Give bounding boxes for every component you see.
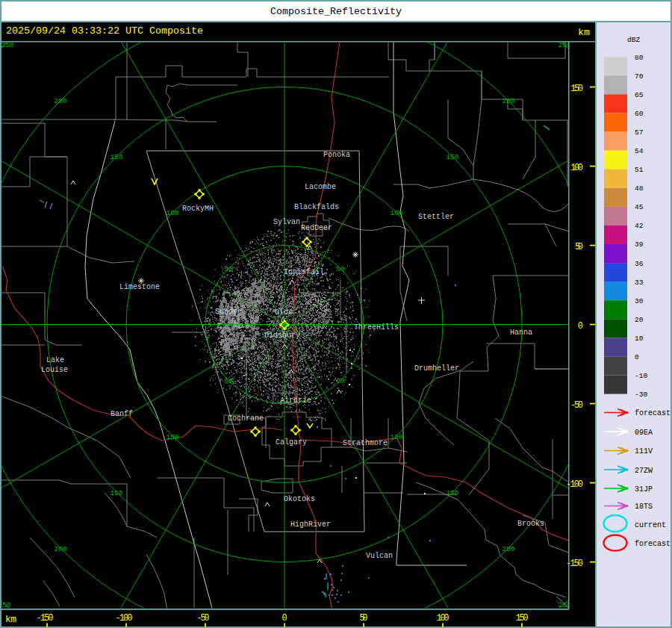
svg-text:2025/09/24 03:33:22 UTC Compos: 2025/09/24 03:33:22 UTC Composite: [6, 25, 203, 37]
svg-text:54: 54: [635, 147, 644, 155]
svg-text:45: 45: [635, 203, 644, 211]
svg-text:RedDeer: RedDeer: [301, 224, 332, 232]
svg-text:0: 0: [281, 613, 287, 624]
svg-text:current: current: [635, 521, 666, 529]
svg-text:Banff: Banff: [111, 410, 133, 418]
svg-text:Lake: Lake: [46, 356, 64, 364]
svg-text:100: 100: [390, 433, 402, 441]
svg-text:30: 30: [635, 297, 644, 305]
svg-text:ThreeHills: ThreeHills: [354, 323, 399, 332]
svg-text:km: km: [5, 614, 16, 625]
svg-text:09EA: 09EA: [635, 429, 653, 437]
svg-text:70: 70: [635, 72, 644, 81]
svg-text:36: 36: [635, 260, 644, 268]
svg-text:-150: -150: [37, 613, 54, 624]
svg-text:Calgary: Calgary: [276, 438, 307, 447]
svg-text:60: 60: [635, 110, 644, 118]
svg-text:Composite_Reflectivity: Composite_Reflectivity: [270, 6, 402, 17]
svg-text:-100: -100: [566, 479, 583, 490]
svg-text:Sylvan: Sylvan: [273, 218, 300, 226]
svg-text:dBZ: dBZ: [627, 36, 640, 44]
svg-text:Lacombe: Lacombe: [305, 183, 336, 191]
svg-text:Limestone: Limestone: [119, 283, 160, 291]
svg-text:0: 0: [635, 353, 639, 361]
svg-text:200: 200: [54, 97, 66, 105]
svg-text:200: 200: [54, 545, 66, 553]
svg-text:Vulcan: Vulcan: [366, 552, 393, 560]
svg-text:Sundre: Sundre: [215, 308, 242, 316]
svg-text:50: 50: [336, 377, 345, 385]
svg-text:-10: -10: [635, 372, 647, 380]
svg-text:forecast: forecast: [635, 540, 671, 548]
svg-text:42: 42: [635, 222, 644, 230]
svg-text:0: 0: [578, 321, 583, 332]
svg-text:150: 150: [110, 153, 122, 161]
svg-text:Didsbury: Didsbury: [264, 332, 300, 340]
svg-text:Airdrie: Airdrie: [280, 397, 311, 405]
svg-text:200: 200: [502, 97, 514, 105]
svg-text:50: 50: [224, 265, 233, 273]
svg-text:RockyMH: RockyMH: [182, 205, 214, 213]
svg-text:-50: -50: [197, 613, 210, 624]
svg-text:100: 100: [570, 163, 583, 173]
svg-text:150: 150: [516, 613, 529, 624]
svg-text:Hanna: Hanna: [510, 329, 532, 337]
svg-text:Blackfalds: Blackfalds: [294, 203, 339, 211]
svg-text:forecast: forecast: [635, 409, 671, 417]
svg-text:111V: 111V: [635, 447, 653, 456]
svg-text:150: 150: [570, 84, 583, 94]
svg-text:27ZW: 27ZW: [635, 467, 653, 475]
svg-text:Drumheller: Drumheller: [414, 364, 459, 373]
svg-text:50: 50: [224, 377, 233, 385]
svg-text:HighRiver: HighRiver: [290, 520, 331, 529]
svg-text:-150: -150: [566, 559, 583, 569]
svg-text:80: 80: [635, 54, 644, 62]
svg-text:100: 100: [390, 209, 402, 217]
svg-text:-100: -100: [116, 613, 133, 624]
svg-text:Okotoks: Okotoks: [284, 495, 315, 503]
svg-text:Stettler: Stettler: [418, 213, 454, 221]
svg-text:Cochrane: Cochrane: [228, 414, 264, 423]
svg-text:65: 65: [635, 91, 644, 99]
svg-text:50: 50: [575, 242, 583, 252]
svg-text:200: 200: [502, 545, 514, 553]
svg-text:-30: -30: [635, 391, 647, 399]
svg-text:31JP: 31JP: [635, 485, 653, 494]
svg-text:100: 100: [166, 209, 178, 217]
svg-text:Olds: Olds: [275, 308, 293, 317]
svg-text:150: 150: [110, 489, 122, 497]
svg-text:50: 50: [336, 265, 345, 273]
svg-text:33: 33: [635, 279, 644, 287]
svg-text:100: 100: [166, 433, 178, 441]
svg-text:Brooks: Brooks: [517, 520, 544, 528]
svg-text:48: 48: [635, 184, 644, 193]
svg-text:150: 150: [446, 489, 458, 497]
svg-text:Ponoka: Ponoka: [323, 151, 350, 159]
svg-text:57: 57: [635, 128, 643, 137]
svg-text:Strathmore: Strathmore: [343, 439, 388, 447]
svg-text:250: 250: [0, 601, 11, 609]
svg-text:km: km: [578, 27, 590, 38]
svg-text:51: 51: [635, 166, 644, 174]
svg-text:39: 39: [635, 240, 644, 249]
svg-text:-50: -50: [570, 400, 583, 411]
svg-text:20: 20: [635, 316, 644, 324]
svg-text:Louise: Louise: [41, 366, 68, 374]
svg-text:18TS: 18TS: [635, 503, 653, 511]
svg-text:100: 100: [437, 613, 449, 624]
svg-text:Innisfail: Innisfail: [284, 268, 324, 276]
svg-text:250: 250: [1, 41, 13, 49]
svg-text:10: 10: [635, 335, 644, 343]
svg-text:50: 50: [360, 613, 368, 624]
svg-text:150: 150: [446, 153, 458, 161]
